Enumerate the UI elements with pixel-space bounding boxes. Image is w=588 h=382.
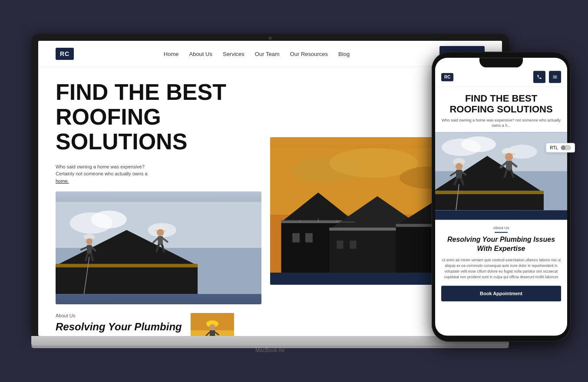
svg-rect-42 xyxy=(337,240,344,249)
svg-rect-69 xyxy=(553,77,557,77)
nav-link-blog[interactable]: Blog xyxy=(338,51,350,57)
phone-notch xyxy=(479,58,523,67)
about-text-container: About Us Resolving Your Plumbing xyxy=(56,313,182,333)
nav-item-home[interactable]: Home xyxy=(164,50,179,58)
phone-nav-logo: RC xyxy=(441,73,453,81)
nav-item-resources[interactable]: Our Resources xyxy=(290,50,328,58)
svg-rect-41 xyxy=(305,233,313,242)
hero-title: FIND THE BEST ROOFING SOLUTIONS xyxy=(56,80,273,155)
nav-item-services[interactable]: Services xyxy=(223,50,244,58)
phone-frame: RC xyxy=(432,52,571,342)
laptop-model-label: MacBook Air xyxy=(31,347,509,353)
svg-rect-70 xyxy=(553,78,557,78)
phone-hero-title: FIND THE BEST ROOFING SOLUTIONS xyxy=(435,87,567,118)
phone-about-description: Ut enim ad minim veniam quis nostrud exe… xyxy=(441,258,561,280)
phone-hero-description: Who said owning a home was expensive? no… xyxy=(435,118,567,132)
about-title: Resolving Your Plumbing xyxy=(56,321,182,333)
svg-point-81 xyxy=(505,153,513,161)
nav-link-services[interactable]: Services xyxy=(223,51,244,57)
phone-about-title: Resolving Your Plumbing Issues With Expe… xyxy=(441,235,561,254)
nav-item-team[interactable]: Our Team xyxy=(255,50,280,58)
nav-logo: RC xyxy=(56,48,74,60)
phone-ticker-text: stallation * Roof Repair * Roof Ma stall… xyxy=(435,213,567,217)
hero-image-small xyxy=(56,191,261,304)
call-icon-svg xyxy=(537,74,542,79)
svg-point-74 xyxy=(461,136,496,152)
laptop-camera xyxy=(268,36,272,40)
nav-item-about[interactable]: About Us xyxy=(189,50,212,58)
rtl-switch[interactable] xyxy=(561,145,571,150)
svg-rect-82 xyxy=(506,161,512,170)
svg-rect-68 xyxy=(553,76,557,76)
hero-description: Who said owning a home was expensive? Ce… xyxy=(56,163,160,185)
svg-point-3 xyxy=(91,211,127,228)
book-appointment-button[interactable]: Book Appointment xyxy=(441,286,561,302)
svg-rect-63 xyxy=(210,330,215,336)
phone-nav-icons xyxy=(533,71,561,83)
menu-icon-svg xyxy=(552,74,558,79)
roof-illustration-left xyxy=(56,191,261,304)
svg-point-18 xyxy=(86,238,92,245)
phone-call-icon[interactable] xyxy=(533,71,545,83)
about-label: About Us xyxy=(56,313,182,318)
nav-link-resources[interactable]: Our Resources xyxy=(290,51,328,57)
svg-point-62 xyxy=(209,324,215,330)
svg-rect-19 xyxy=(87,245,92,254)
svg-rect-40 xyxy=(292,233,300,242)
svg-rect-7 xyxy=(56,264,198,267)
nav-link-home[interactable]: Home xyxy=(164,51,179,57)
about-image-svg xyxy=(191,313,234,336)
phone-device: RC xyxy=(432,52,571,342)
about-image xyxy=(191,313,234,336)
rtl-toggle[interactable]: RTL xyxy=(546,143,575,152)
scene: RC Home About Us Services Our Team Our R… xyxy=(0,0,588,382)
nav-link-about[interactable]: About Us xyxy=(189,51,212,57)
hero-link[interactable]: home. xyxy=(56,178,69,184)
hero-content: Who said owning a home was expensive? Ce… xyxy=(56,163,485,305)
phone-menu-icon[interactable] xyxy=(549,71,561,83)
laptop-hinge xyxy=(31,346,509,348)
rtl-knob xyxy=(561,145,565,150)
svg-rect-78 xyxy=(435,191,544,194)
nav-links: Home About Us Services Our Team Our Reso… xyxy=(164,50,350,58)
svg-rect-11 xyxy=(158,236,162,245)
phone-screen: RC xyxy=(435,58,567,336)
nav-link-team[interactable]: Our Team xyxy=(255,51,280,57)
phone-ticker: stallation * Roof Repair * Roof Ma stall… xyxy=(435,210,567,220)
hero-left: Who said owning a home was expensive? Ce… xyxy=(56,163,261,305)
phone-about-label: About Us xyxy=(441,226,561,233)
nav-item-blog[interactable]: Blog xyxy=(338,50,350,58)
svg-point-10 xyxy=(157,229,164,236)
phone-about-section: About Us Resolving Your Plumbing Issues … xyxy=(435,220,567,280)
rtl-label: RTL xyxy=(550,145,558,150)
svg-rect-89 xyxy=(456,170,462,178)
svg-rect-43 xyxy=(350,240,356,249)
svg-point-88 xyxy=(456,163,462,170)
